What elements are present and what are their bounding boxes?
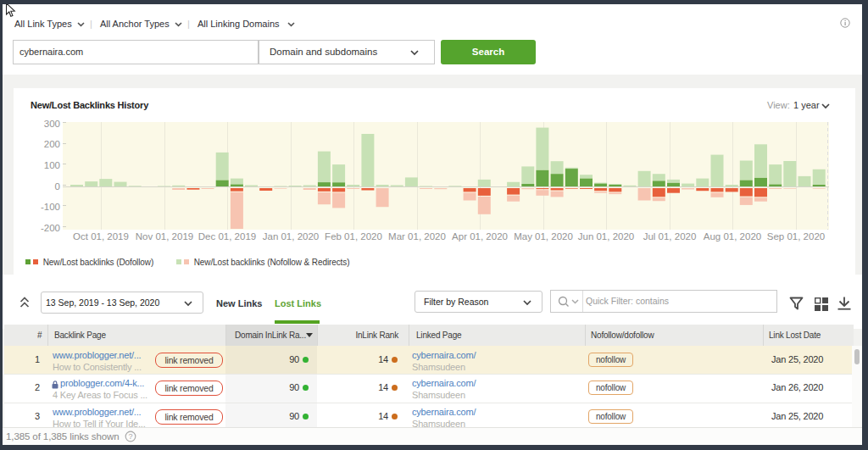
svg-text:?: ?: [129, 432, 133, 441]
